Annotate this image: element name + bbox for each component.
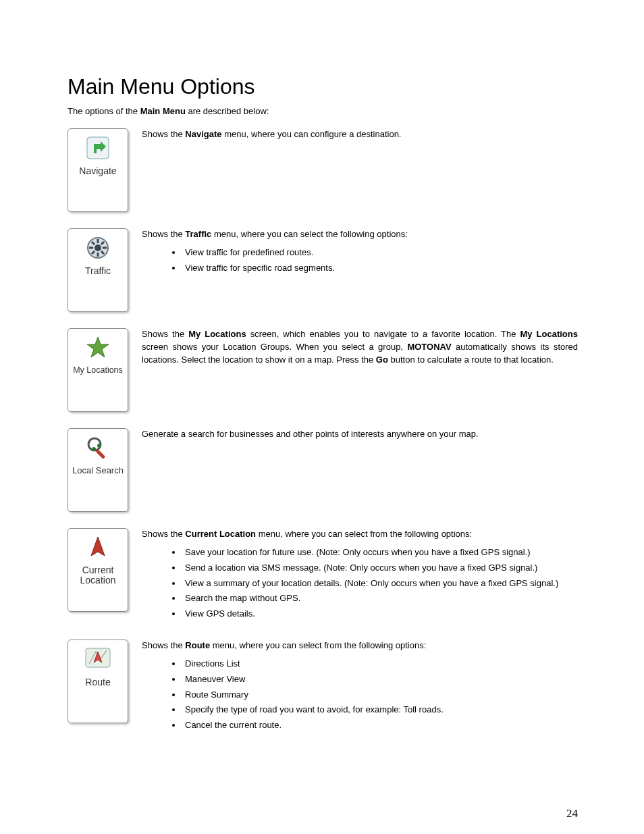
option-row-local-search: Local Search Generate a search for busin… [68, 428, 578, 512]
intro-pre: The options of the [68, 106, 140, 116]
list-item: Send a location via SMS message. (Note: … [182, 562, 578, 575]
svg-point-14 [97, 444, 101, 448]
svg-point-2 [95, 244, 101, 251]
star-icon [83, 333, 113, 363]
page-number: 24 [566, 807, 578, 820]
icon-label-line2: Location [80, 575, 116, 585]
icon-cell: Current Location [68, 528, 142, 612]
list-item: View traffic for predefined routes. [182, 246, 578, 259]
option-desc: Shows the Traffic menu, where you can se… [142, 228, 578, 278]
option-desc: Shows the Route menu, where you can sele… [142, 640, 578, 735]
search-icon [83, 433, 113, 463]
svg-rect-12 [95, 449, 105, 459]
option-row-current-location: Current Location Shows the Current Locat… [68, 528, 578, 623]
list-item: Route Summary [182, 689, 578, 702]
icon-label-line1: Current [82, 565, 114, 575]
option-row-route: Route Shows the Route menu, where you ca… [68, 640, 578, 735]
icon-card-route: Route [68, 640, 128, 723]
icon-card-traffic: Traffic [68, 228, 128, 312]
location-arrow-icon [83, 533, 113, 563]
bullet-list: View traffic for predefined routes. View… [142, 246, 578, 275]
bullet-list: Save your location for future use. (Note… [142, 546, 578, 621]
option-desc: Generate a search for businesses and oth… [142, 428, 578, 441]
list-item: Save your location for future use. (Note… [182, 546, 578, 559]
icon-label: Local Search [72, 465, 124, 475]
option-desc: Shows the Current Location menu, where y… [142, 528, 578, 623]
option-row-my-locations: My Locations Shows the My Locations scre… [68, 328, 578, 412]
icon-label: Traffic [85, 265, 111, 276]
list-item: Search the map without GPS. [182, 592, 578, 605]
icon-card-local-search: Local Search [68, 428, 128, 512]
intro-post: are described below: [186, 106, 269, 116]
document-page: Main Menu Options The options of the Mai… [0, 0, 644, 834]
traffic-icon [83, 233, 113, 263]
list-item: Specify the type of road you want to avo… [182, 704, 578, 716]
icon-cell: My Locations [68, 328, 142, 412]
option-desc: Shows the Navigate menu, where you can c… [142, 128, 578, 141]
navigate-icon [83, 133, 113, 163]
svg-point-13 [92, 447, 96, 451]
icon-card-my-locations: My Locations [68, 328, 128, 412]
icon-card-current-location: Current Location [68, 528, 128, 612]
page-title: Main Menu Options [68, 74, 578, 99]
icon-card-navigate: Navigate [68, 128, 128, 212]
bullet-list: Directions List Maneuver View Route Summ… [142, 658, 578, 732]
icon-cell: Local Search [68, 428, 142, 512]
icon-cell: Navigate [68, 128, 142, 212]
list-item: Directions List [182, 658, 578, 671]
icon-label: Route [85, 677, 110, 687]
list-item: View GPS details. [182, 608, 578, 621]
option-row-traffic: Traffic Shows the Traffic menu, where yo… [68, 228, 578, 312]
list-item: View a summary of your location details.… [182, 577, 578, 590]
intro-bold: Main Menu [140, 106, 186, 116]
icon-label: My Locations [73, 365, 123, 375]
option-row-navigate: Navigate Shows the Navigate menu, where … [68, 128, 578, 212]
list-item: View traffic for specific road segments. [182, 262, 578, 275]
route-map-icon [83, 644, 113, 674]
icon-cell: Traffic [68, 228, 142, 312]
intro-text: The options of the Main Menu are describ… [68, 106, 578, 116]
option-desc: Shows the My Locations screen, which ena… [142, 328, 578, 367]
list-item: Maneuver View [182, 673, 578, 686]
icon-label: Navigate [79, 165, 116, 176]
icon-cell: Route [68, 640, 142, 723]
list-item: Cancel the current route. [182, 719, 578, 732]
